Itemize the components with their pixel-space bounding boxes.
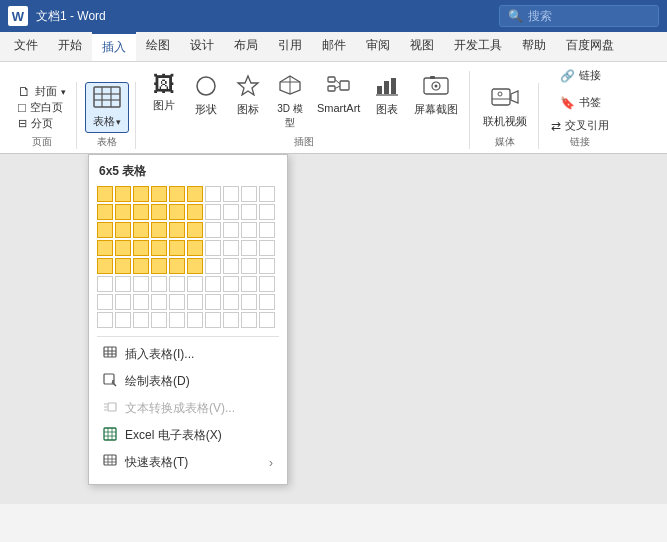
grid-cell[interactable]: [223, 294, 239, 310]
tab-review[interactable]: 审阅: [356, 32, 400, 61]
grid-cell[interactable]: [259, 186, 275, 202]
grid-cell[interactable]: [133, 312, 149, 328]
grid-cell[interactable]: [205, 258, 221, 274]
tab-mailings[interactable]: 邮件: [312, 32, 356, 61]
tab-references[interactable]: 引用: [268, 32, 312, 61]
grid-cell[interactable]: [115, 204, 131, 220]
grid-cell[interactable]: [151, 294, 167, 310]
grid-cell[interactable]: [115, 240, 131, 256]
3d-button[interactable]: 3D 模型: [270, 71, 310, 133]
grid-cell[interactable]: [97, 312, 113, 328]
screenshot-button[interactable]: 屏幕截图: [409, 71, 463, 120]
grid-cell[interactable]: [151, 222, 167, 238]
grid-cell[interactable]: [169, 240, 185, 256]
grid-cell[interactable]: [97, 294, 113, 310]
grid-cell[interactable]: [115, 258, 131, 274]
document-area[interactable]: 6x5 表格 插入表格(I)... 绘制表格(D) 文本转换成表格(V)...: [0, 154, 667, 504]
cover-button[interactable]: 🗋 封面 ▾ □ 空白页 ⊟ 分页: [14, 82, 70, 133]
grid-cell[interactable]: [205, 240, 221, 256]
grid-cell[interactable]: [133, 294, 149, 310]
chart-button[interactable]: 图表: [367, 71, 407, 120]
grid-cell[interactable]: [151, 204, 167, 220]
grid-cell[interactable]: [115, 294, 131, 310]
insert-table-item[interactable]: 插入表格(I)...: [97, 341, 279, 368]
link-button[interactable]: 🔗 链接: [556, 66, 605, 85]
grid-cell[interactable]: [205, 204, 221, 220]
grid-cell[interactable]: [115, 276, 131, 292]
tab-layout[interactable]: 布局: [224, 32, 268, 61]
tab-file[interactable]: 文件: [4, 32, 48, 61]
tab-baidu[interactable]: 百度网盘: [556, 32, 624, 61]
grid-cell[interactable]: [223, 240, 239, 256]
grid-cell[interactable]: [241, 294, 257, 310]
table-button[interactable]: 表格 ▾: [85, 82, 129, 133]
tab-view[interactable]: 视图: [400, 32, 444, 61]
tab-design[interactable]: 设计: [180, 32, 224, 61]
search-box[interactable]: 🔍: [499, 5, 659, 27]
grid-cell[interactable]: [223, 222, 239, 238]
grid-cell[interactable]: [169, 222, 185, 238]
excel-table-item[interactable]: Excel 电子表格(X): [97, 422, 279, 449]
grid-cell[interactable]: [223, 276, 239, 292]
grid-cell[interactable]: [259, 240, 275, 256]
grid-cell[interactable]: [205, 186, 221, 202]
grid-cell[interactable]: [133, 186, 149, 202]
tab-insert[interactable]: 插入: [92, 32, 136, 61]
grid-cell[interactable]: [151, 276, 167, 292]
grid-cell[interactable]: [241, 186, 257, 202]
grid-cell[interactable]: [187, 186, 203, 202]
grid-cell[interactable]: [241, 222, 257, 238]
tab-help[interactable]: 帮助: [512, 32, 556, 61]
grid-cell[interactable]: [223, 258, 239, 274]
grid-cell[interactable]: [223, 204, 239, 220]
grid-cell[interactable]: [205, 312, 221, 328]
grid-cell[interactable]: [187, 276, 203, 292]
grid-cell[interactable]: [169, 258, 185, 274]
grid-cell[interactable]: [259, 294, 275, 310]
grid-cell[interactable]: [97, 204, 113, 220]
grid-cell[interactable]: [151, 258, 167, 274]
crossref-button[interactable]: ⇄ 交叉引用: [547, 116, 613, 135]
table-grid[interactable]: [97, 186, 279, 328]
grid-cell[interactable]: [133, 258, 149, 274]
grid-cell[interactable]: [259, 312, 275, 328]
grid-cell[interactable]: [187, 294, 203, 310]
tab-home[interactable]: 开始: [48, 32, 92, 61]
grid-cell[interactable]: [151, 186, 167, 202]
grid-cell[interactable]: [241, 258, 257, 274]
grid-cell[interactable]: [205, 222, 221, 238]
grid-cell[interactable]: [223, 186, 239, 202]
bookmark-button[interactable]: 🔖 书签: [556, 93, 605, 112]
grid-cell[interactable]: [187, 312, 203, 328]
grid-cell[interactable]: [187, 258, 203, 274]
grid-cell[interactable]: [133, 276, 149, 292]
grid-cell[interactable]: [169, 276, 185, 292]
icons-button[interactable]: 图标: [228, 71, 268, 120]
shapes-button[interactable]: 形状: [186, 71, 226, 120]
grid-cell[interactable]: [115, 186, 131, 202]
grid-cell[interactable]: [187, 204, 203, 220]
grid-cell[interactable]: [259, 222, 275, 238]
search-input[interactable]: [528, 9, 648, 23]
grid-cell[interactable]: [151, 240, 167, 256]
grid-cell[interactable]: [169, 312, 185, 328]
grid-cell[interactable]: [97, 276, 113, 292]
grid-cell[interactable]: [169, 294, 185, 310]
video-button[interactable]: 联机视频: [478, 83, 532, 132]
grid-cell[interactable]: [241, 276, 257, 292]
grid-cell[interactable]: [97, 240, 113, 256]
grid-cell[interactable]: [169, 204, 185, 220]
grid-cell[interactable]: [151, 312, 167, 328]
grid-cell[interactable]: [241, 240, 257, 256]
grid-cell[interactable]: [97, 186, 113, 202]
picture-button[interactable]: 🖼 图片: [144, 71, 184, 116]
grid-cell[interactable]: [241, 204, 257, 220]
grid-cell[interactable]: [97, 258, 113, 274]
grid-cell[interactable]: [259, 258, 275, 274]
grid-cell[interactable]: [205, 294, 221, 310]
grid-cell[interactable]: [205, 276, 221, 292]
grid-cell[interactable]: [259, 276, 275, 292]
grid-cell[interactable]: [97, 222, 113, 238]
quick-table-item[interactable]: 快速表格(T) ›: [97, 449, 279, 476]
grid-cell[interactable]: [223, 312, 239, 328]
